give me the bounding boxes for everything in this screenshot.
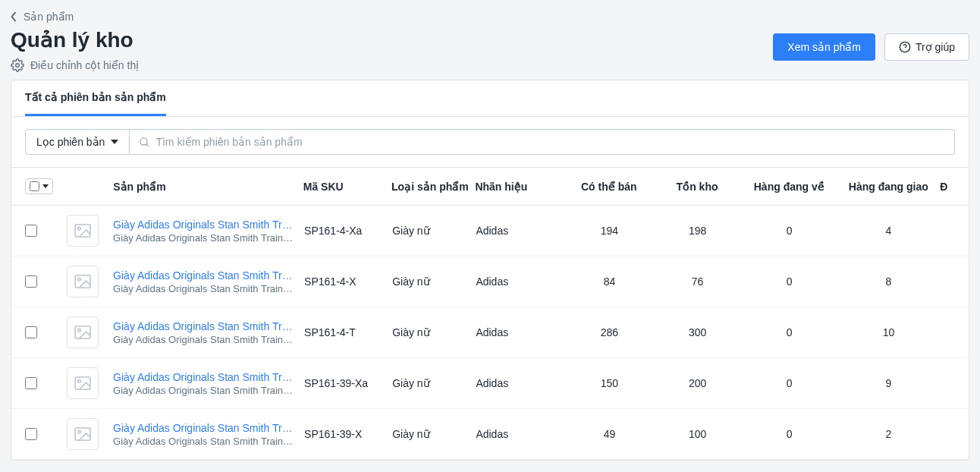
svg-rect-13 bbox=[75, 428, 90, 440]
cell-brand: Adidas bbox=[476, 377, 565, 389]
product-link[interactable]: Giày Adidas Originals Stan Smith Trainer… bbox=[113, 269, 295, 282]
table-header: Sản phẩm Mã SKU Loại sản phẩm Nhãn hiệu … bbox=[11, 167, 969, 206]
cell-stock: 300 bbox=[654, 326, 742, 338]
cell-incoming: 0 bbox=[742, 428, 837, 440]
cell-stock: 100 bbox=[654, 428, 742, 440]
cell-brand: Adidas bbox=[476, 326, 565, 338]
col-header-product: Sản phẩm bbox=[113, 181, 303, 193]
cell-sku: SP161-4-T bbox=[304, 326, 392, 338]
product-link[interactable]: Giày Adidas Originals Stan Smith Trainer… bbox=[113, 219, 295, 231]
cell-available: 286 bbox=[565, 326, 653, 338]
svg-point-3 bbox=[140, 138, 147, 145]
cell-outgoing: 8 bbox=[837, 275, 941, 288]
product-thumbnail bbox=[67, 367, 99, 399]
chevron-left-icon bbox=[11, 11, 17, 22]
product-thumbnail bbox=[67, 266, 99, 297]
svg-point-12 bbox=[78, 380, 81, 383]
page-title: Quản lý kho bbox=[11, 27, 139, 52]
product-thumbnail bbox=[67, 316, 99, 348]
cell-available: 194 bbox=[565, 225, 653, 237]
product-thumbnail bbox=[67, 418, 99, 450]
row-checkbox[interactable] bbox=[25, 225, 37, 237]
product-link[interactable]: Giày Adidas Originals Stan Smith Trainer… bbox=[113, 371, 295, 383]
cell-sku: SP161-39-Xa bbox=[304, 377, 392, 389]
columns-config-button[interactable]: Điều chỉnh cột hiển thị bbox=[11, 58, 139, 72]
svg-point-10 bbox=[78, 329, 81, 332]
cell-incoming: 0 bbox=[742, 377, 837, 389]
cell-outgoing: 2 bbox=[837, 428, 941, 440]
breadcrumb-label: Sản phẩm bbox=[24, 11, 74, 23]
svg-rect-9 bbox=[75, 326, 90, 338]
cell-type: Giày nữ bbox=[392, 275, 476, 288]
help-button[interactable]: Trợ giúp bbox=[884, 33, 969, 61]
product-subtitle: Giày Adidas Originals Stan Smith Trainer… bbox=[113, 385, 295, 396]
svg-point-6 bbox=[78, 228, 81, 231]
svg-rect-5 bbox=[75, 225, 90, 237]
product-thumbnail bbox=[67, 215, 99, 247]
svg-line-4 bbox=[146, 144, 149, 146]
svg-rect-7 bbox=[75, 275, 90, 288]
product-link[interactable]: Giày Adidas Originals Stan Smith Trainer… bbox=[113, 320, 295, 332]
cell-brand: Adidas bbox=[476, 428, 565, 440]
cell-outgoing: 10 bbox=[837, 326, 941, 338]
col-header-type: Loại sản phẩm bbox=[391, 181, 475, 193]
cell-type: Giày nữ bbox=[392, 377, 476, 389]
svg-rect-11 bbox=[75, 377, 90, 389]
product-subtitle: Giày Adidas Originals Stan Smith Trainer… bbox=[113, 436, 295, 447]
select-all-checkbox[interactable] bbox=[25, 178, 53, 194]
search-input[interactable] bbox=[130, 129, 955, 155]
inventory-card: Tất cả phiên bản sản phẩm Lọc phiên bản bbox=[11, 80, 969, 461]
product-link[interactable]: Giày Adidas Originals Stan Smith Trainer… bbox=[113, 422, 295, 434]
cell-stock: 76 bbox=[654, 275, 742, 288]
gear-icon bbox=[11, 58, 24, 72]
cell-outgoing: 9 bbox=[837, 377, 941, 389]
image-placeholder-icon bbox=[74, 326, 91, 339]
table-row: Giày Adidas Originals Stan Smith Trainer… bbox=[11, 206, 969, 256]
tab-all-variants[interactable]: Tất cả phiên bản sản phẩm bbox=[25, 80, 166, 116]
cell-available: 49 bbox=[565, 428, 653, 440]
row-checkbox[interactable] bbox=[25, 428, 37, 440]
table-row: Giày Adidas Originals Stan Smith Trainer… bbox=[11, 307, 969, 358]
columns-config-label: Điều chỉnh cột hiển thị bbox=[30, 59, 139, 71]
help-icon bbox=[899, 41, 911, 53]
cell-sku: SP161-39-X bbox=[304, 428, 392, 440]
view-products-button[interactable]: Xem sản phẩm bbox=[773, 33, 875, 61]
svg-point-8 bbox=[78, 278, 81, 282]
col-header-end: Đ bbox=[940, 181, 955, 193]
cell-available: 150 bbox=[565, 377, 653, 389]
cell-type: Giày nữ bbox=[392, 225, 476, 237]
image-placeholder-icon bbox=[74, 376, 91, 390]
filter-variants-button[interactable]: Lọc phiên bản bbox=[25, 129, 130, 155]
col-header-available: Có thể bán bbox=[565, 181, 653, 193]
image-placeholder-icon bbox=[74, 275, 91, 288]
cell-stock: 200 bbox=[654, 377, 742, 389]
cell-type: Giày nữ bbox=[392, 326, 476, 338]
svg-point-14 bbox=[78, 431, 81, 434]
cell-incoming: 0 bbox=[742, 225, 837, 237]
col-header-stock: Tồn kho bbox=[653, 181, 741, 193]
row-checkbox[interactable] bbox=[25, 377, 37, 389]
col-header-brand: Nhãn hiệu bbox=[475, 181, 564, 193]
col-header-outgoing: Hàng đang giao bbox=[837, 181, 940, 193]
select-all-input[interactable] bbox=[30, 181, 39, 191]
product-subtitle: Giày Adidas Originals Stan Smith Trainer… bbox=[113, 232, 295, 244]
table-row: Giày Adidas Originals Stan Smith Trainer… bbox=[11, 256, 969, 307]
cell-stock: 198 bbox=[654, 225, 742, 237]
help-label: Trợ giúp bbox=[916, 41, 955, 53]
table-row: Giày Adidas Originals Stan Smith Trainer… bbox=[11, 409, 969, 460]
cell-sku: SP161-4-Xa bbox=[304, 225, 392, 237]
search-icon bbox=[139, 137, 149, 147]
cell-incoming: 0 bbox=[742, 326, 837, 338]
filter-label: Lọc phiên bản bbox=[36, 136, 105, 148]
row-checkbox[interactable] bbox=[25, 326, 37, 338]
caret-down-icon bbox=[42, 184, 49, 188]
col-header-sku: Mã SKU bbox=[303, 181, 391, 193]
cell-outgoing: 4 bbox=[837, 225, 941, 237]
image-placeholder-icon bbox=[74, 224, 91, 238]
row-checkbox[interactable] bbox=[25, 275, 37, 288]
caret-down-icon bbox=[111, 140, 118, 144]
cell-incoming: 0 bbox=[742, 275, 837, 288]
cell-available: 84 bbox=[565, 275, 653, 288]
breadcrumb[interactable]: Sản phẩm bbox=[11, 11, 969, 23]
product-subtitle: Giày Adidas Originals Stan Smith Trainer… bbox=[113, 334, 295, 345]
